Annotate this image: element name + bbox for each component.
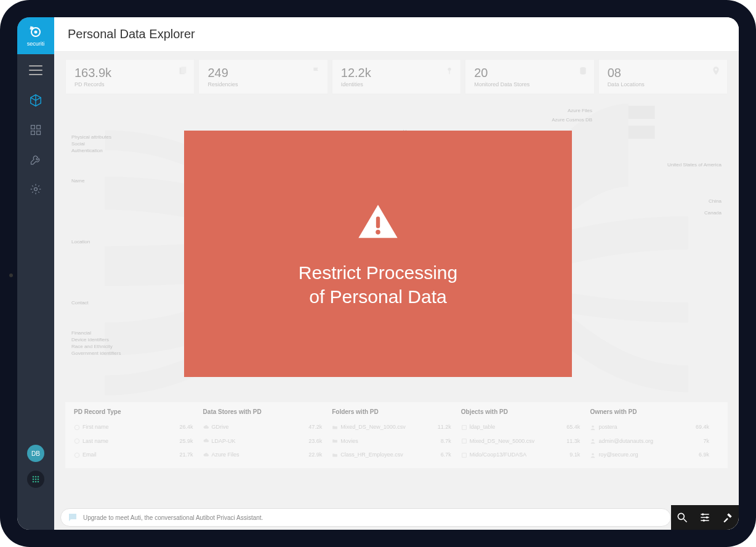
object-icon [461, 424, 467, 431]
table-row[interactable]: Email21.7k Azure Files22.9k Class_HR_Emp… [74, 448, 719, 462]
brand-logo[interactable]: securiti [17, 17, 54, 54]
svg-point-33 [592, 453, 594, 455]
folder-icon [332, 424, 338, 431]
header: Personal Data Explorer [54, 17, 739, 52]
stat-label: Monitored Data Stores [474, 81, 585, 87]
stat-card-locations[interactable]: 08 Data Locations [598, 59, 728, 94]
database-icon [578, 66, 588, 76]
screen: securiti DB [17, 17, 739, 530]
svg-rect-26 [462, 425, 466, 429]
stat-value: 12.2k [341, 66, 452, 80]
record-icon [74, 424, 80, 431]
sidebar-bottom: DB [27, 445, 44, 488]
svg-point-31 [74, 453, 79, 458]
svg-rect-18 [182, 67, 187, 73]
svg-point-15 [35, 481, 37, 483]
chat-input-bar[interactable]: Upgrade to meet Auti, the conversational… [60, 508, 671, 527]
svg-point-8 [33, 476, 34, 478]
nav-icons [28, 92, 44, 197]
stat-card-stores[interactable]: 20 Monitored Data Stores [465, 59, 594, 94]
sankey-source-labels: Physical attributes Social Authenticatio… [71, 134, 121, 357]
table-row[interactable]: Last name25.9k LDAP-UK23.6k Movies8.7k M… [74, 434, 719, 448]
svg-point-22 [715, 68, 717, 70]
stat-value: 163.9k [74, 66, 185, 80]
svg-rect-5 [31, 131, 35, 135]
svg-point-11 [33, 479, 34, 480]
stat-label: Data Locations [608, 81, 718, 87]
avatar[interactable]: DB [27, 445, 44, 462]
nav-gear-icon[interactable] [28, 181, 44, 197]
svg-point-12 [35, 479, 37, 480]
flag-icon [312, 66, 321, 76]
restrict-processing-modal: Restrict Processing of Personal Data [184, 131, 572, 377]
stat-value: 249 [207, 66, 318, 80]
stat-label: Residencies [207, 81, 318, 87]
stat-label: Identities [341, 81, 452, 87]
location-pin-icon [711, 66, 721, 76]
sliders-icon[interactable] [699, 511, 711, 524]
svg-point-39 [702, 513, 704, 515]
search-icon[interactable] [676, 511, 688, 524]
nav-dashboard-icon[interactable] [28, 122, 44, 138]
folder-icon [332, 438, 338, 444]
logo-icon [28, 25, 43, 39]
chat-bubble-icon [67, 512, 78, 523]
sankey-target-labels-top: Azure Files Azure Cosmos DB [552, 108, 592, 126]
menu-toggle[interactable] [29, 65, 42, 75]
svg-rect-29 [462, 439, 466, 444]
svg-point-7 [34, 188, 38, 191]
svg-point-30 [592, 439, 594, 441]
svg-point-16 [38, 481, 39, 483]
svg-rect-6 [37, 131, 41, 135]
sidebar: securiti DB [17, 17, 54, 530]
stat-card-residencies[interactable]: 249 Residencies [198, 59, 328, 94]
svg-point-13 [38, 479, 39, 480]
svg-rect-4 [37, 126, 41, 129]
svg-point-43 [376, 230, 380, 235]
svg-point-41 [703, 519, 705, 521]
tablet-camera-dot [9, 274, 13, 277]
object-icon [461, 452, 467, 458]
svg-rect-23 [629, 106, 655, 120]
brand-name: securiti [27, 41, 45, 47]
stat-cards-row: 163.9k PD Records 249 Residencies 12.2k … [65, 59, 728, 94]
identity-icon [444, 66, 454, 76]
table-row[interactable]: First name26.4k GDrive47.2k Mixed_DS_New… [74, 420, 719, 434]
svg-point-25 [74, 425, 79, 430]
tablet-frame: securiti DB [0, 0, 756, 547]
user-icon [590, 424, 596, 431]
svg-rect-24 [629, 126, 655, 139]
footer-tools [671, 505, 739, 530]
stat-card-records[interactable]: 163.9k PD Records [65, 59, 195, 94]
user-icon [590, 438, 596, 444]
stat-card-identities[interactable]: 12.2k Identities [332, 59, 461, 94]
svg-line-35 [684, 519, 687, 522]
svg-rect-32 [462, 453, 466, 458]
svg-point-27 [592, 425, 594, 427]
svg-point-34 [678, 513, 685, 519]
svg-rect-20 [449, 71, 450, 74]
warning-triangle-icon [355, 199, 401, 246]
cloud-icon [203, 438, 209, 444]
svg-point-28 [74, 439, 79, 444]
nav-wrench-icon[interactable] [28, 152, 44, 168]
folder-icon [332, 452, 338, 458]
svg-point-10 [38, 476, 39, 478]
svg-point-9 [35, 476, 37, 478]
hammer-icon[interactable] [722, 511, 734, 524]
records-icon [178, 66, 188, 76]
nav-cube-icon[interactable] [28, 92, 44, 108]
user-icon [590, 452, 596, 458]
sankey-target-labels-bottom: United States of America China Canada [667, 162, 722, 219]
stat-label: PD Records [74, 81, 185, 87]
stat-value: 08 [608, 66, 718, 80]
record-icon [74, 452, 80, 458]
footer-bar: Upgrade to meet Auti, the conversational… [54, 505, 739, 530]
svg-point-14 [33, 481, 34, 483]
modal-title: Restrict Processing of Personal Data [299, 261, 457, 309]
stat-value: 20 [474, 66, 585, 80]
svg-rect-3 [31, 126, 35, 129]
apps-grid-button[interactable] [27, 471, 44, 488]
svg-point-40 [706, 516, 708, 518]
cloud-icon [203, 424, 209, 431]
